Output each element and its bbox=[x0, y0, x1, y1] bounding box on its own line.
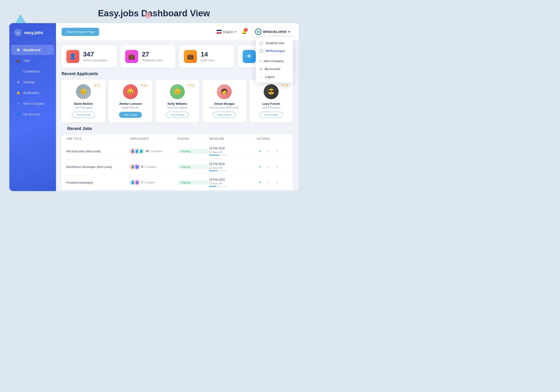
stat-number: 14 bbox=[201, 51, 214, 58]
sidebar-item-dashboard[interactable]: ⊞ Dashboard bbox=[11, 45, 54, 55]
deadline-days: 12 days left bbox=[209, 182, 257, 185]
stat-label: Draft Jobs bbox=[201, 59, 214, 62]
status-badge: Ongoing bbox=[177, 164, 209, 169]
jobs-icon: 💼 bbox=[16, 58, 20, 63]
stat-icon-published: 💼 bbox=[125, 50, 138, 63]
rating-badge: ★ 4.8 bbox=[280, 83, 290, 87]
chevron-down-icon: ▾ bbox=[288, 30, 290, 34]
sidebar-item-jobs[interactable]: 💼 Jobs › bbox=[11, 56, 54, 66]
logo-icon: ◎ bbox=[14, 29, 22, 37]
stat-icon-draft: 💼 bbox=[184, 50, 197, 63]
dropdown-item-label: My Account bbox=[265, 67, 280, 71]
action-icons: 👁 ✎ ↗ bbox=[257, 148, 288, 154]
applicants-avatars: 👤 👤 9 12 Applied bbox=[130, 164, 177, 170]
sidebar-item-label: Settings bbox=[23, 80, 35, 84]
view-action-button[interactable]: 👁 bbox=[257, 164, 263, 170]
deadline-bar-fill bbox=[209, 170, 218, 171]
dropdown-item-logout[interactable]: → Logout bbox=[256, 73, 293, 81]
stat-number: 347 bbox=[83, 51, 108, 58]
stat-label: Published Jobs bbox=[142, 59, 162, 62]
applied-count: 14 Applied bbox=[150, 150, 162, 153]
job-title: HR Executive (Mid-Level) bbox=[66, 150, 130, 153]
dropdown-item-wpdeveloper[interactable]: ◯ WPDeveloper bbox=[256, 47, 293, 55]
view-action-button[interactable]: 👁 bbox=[257, 148, 263, 154]
account-icon: 👤 bbox=[16, 112, 20, 117]
col-actions: Actions bbox=[257, 137, 288, 141]
status-badge: Ongoing bbox=[177, 180, 209, 185]
notification-button[interactable]: 🔔 3 bbox=[240, 28, 248, 36]
sidebar-item-my-account[interactable]: 👤 My Account bbox=[11, 109, 54, 120]
col-deadline: Deadline bbox=[209, 137, 257, 141]
edit-action-button[interactable]: ✎ bbox=[265, 148, 272, 154]
applicant-name: Jinefar Lorosne bbox=[119, 102, 142, 105]
view-company-button[interactable]: View Company Page bbox=[62, 28, 99, 36]
sidebar-item-new-company[interactable]: + New Company bbox=[11, 99, 54, 109]
notification-badge: 3 bbox=[244, 28, 248, 32]
view-details-button[interactable]: View Details bbox=[166, 112, 189, 118]
mini-avatar: 👤 bbox=[134, 164, 140, 170]
company-selector[interactable]: W WPDEVELOPER ▾ bbox=[252, 27, 293, 37]
applicant-name: Kelly Willams bbox=[168, 102, 187, 105]
stat-info: 14 Draft Jobs bbox=[201, 51, 214, 62]
company-name: WPDEVELOPER bbox=[263, 30, 287, 34]
view-details-button[interactable]: View Details bbox=[72, 112, 95, 118]
applicants-avatars: 👤 👤 👤 10 14 Applied bbox=[130, 148, 177, 154]
applicant-avatar: 😎 bbox=[264, 84, 279, 99]
share-action-button[interactable]: ↗ bbox=[273, 179, 280, 186]
table-row: Frontend Developer 👤 👤 7 9 Applied Ongoi… bbox=[62, 175, 293, 190]
person-icon: ◯ bbox=[260, 49, 263, 53]
applicant-name: Lucy Forzen bbox=[262, 102, 280, 105]
col-status: Status bbox=[177, 137, 209, 141]
applicant-card-jinefar: ★ 5.0 😄 Jinefar Lorosne Digital Marketer… bbox=[109, 80, 152, 122]
view-details-button[interactable]: View Details bbox=[260, 112, 283, 118]
deadline-cell: 15 Feb 2020 12 days left bbox=[209, 178, 257, 187]
recent-jobs-title: Recent Jobs bbox=[62, 126, 293, 134]
main-content: View Company Page English ▾ 🔔 3 W bbox=[56, 23, 299, 191]
edit-action-button[interactable]: ✎ bbox=[265, 179, 272, 186]
stat-number: 27 bbox=[142, 51, 162, 58]
applicant-role: HR Executive (Mid-Level) bbox=[210, 106, 239, 109]
view-details-button[interactable]: View Details bbox=[119, 112, 142, 118]
action-icons: 👁 ✎ ↗ bbox=[257, 179, 288, 186]
deadline-date: 15 Feb 2020 bbox=[209, 147, 257, 150]
deadline-date: 15 Feb 2020 bbox=[209, 162, 257, 166]
dropdown-item-my-account[interactable]: ◎ My Account bbox=[256, 65, 293, 73]
view-action-button[interactable]: 👁 bbox=[257, 179, 263, 186]
applicant-role: UX/UI Designer bbox=[74, 106, 92, 109]
sidebar-item-settings[interactable]: ⚙ Settings › bbox=[11, 77, 54, 87]
job-title: Frontend Developer bbox=[66, 181, 130, 184]
jobs-table-header: Job Title Applicants Status Deadline Act… bbox=[62, 134, 293, 143]
action-icons: 👁 ✎ ↗ bbox=[257, 164, 288, 170]
mini-avatar: 👤 bbox=[138, 148, 144, 154]
share-action-button[interactable]: ↗ bbox=[273, 164, 280, 170]
view-details-button[interactable]: View Details bbox=[213, 112, 236, 118]
dropdown-item-label: New Company bbox=[264, 59, 283, 63]
job-title: WordPress Developer (Mid-Level) bbox=[66, 165, 130, 169]
mini-avatar: 👤 bbox=[134, 180, 140, 185]
applicant-role: UX/UI Designer bbox=[262, 106, 280, 109]
dropdown-item-new-company[interactable]: + New Company bbox=[256, 57, 293, 65]
page-title: Easy.jobs Dashboard View bbox=[0, 0, 308, 23]
deadline-bar-fill bbox=[209, 186, 217, 187]
sidebar-nav: ⊞ Dashboard 💼 Jobs › 👤 Candidates ⚙ Sett… bbox=[9, 41, 56, 191]
rating-badge: ★ 4.9 bbox=[186, 83, 196, 87]
sidebar-item-candidates[interactable]: 👤 Candidates bbox=[11, 66, 54, 77]
edit-action-button[interactable]: ✎ bbox=[265, 164, 272, 170]
language-label: English bbox=[223, 30, 233, 34]
sidebar-item-label: Jobs bbox=[23, 59, 30, 62]
applicant-avatar: 😊 bbox=[170, 84, 185, 99]
deadline-cell: 15 Feb 2020 12 days left bbox=[209, 162, 257, 171]
sidebar-item-notification[interactable]: 🔔 Notification bbox=[11, 88, 54, 98]
share-action-button[interactable]: ↗ bbox=[273, 148, 280, 154]
applicant-name: Alison Burgas bbox=[214, 102, 234, 105]
applicant-avatar: 😄 bbox=[123, 84, 138, 99]
topbar-wrapper: View Company Page English ▾ 🔔 3 W bbox=[56, 23, 299, 40]
language-selector[interactable]: English ▾ bbox=[217, 30, 236, 34]
company-dropdown: ◯ Jonathan Doe ◯ WPDeveloper + New Compa… bbox=[256, 37, 293, 83]
dropdown-item-label: WPDeveloper bbox=[266, 49, 285, 53]
sidebar-item-label: My Account bbox=[23, 112, 40, 116]
dropdown-item-jonathan[interactable]: ◯ Jonathan Doe bbox=[256, 39, 293, 47]
circle-icon: ◎ bbox=[260, 67, 262, 71]
star-icon: ★ bbox=[141, 84, 143, 87]
star-icon: ★ bbox=[282, 84, 284, 87]
